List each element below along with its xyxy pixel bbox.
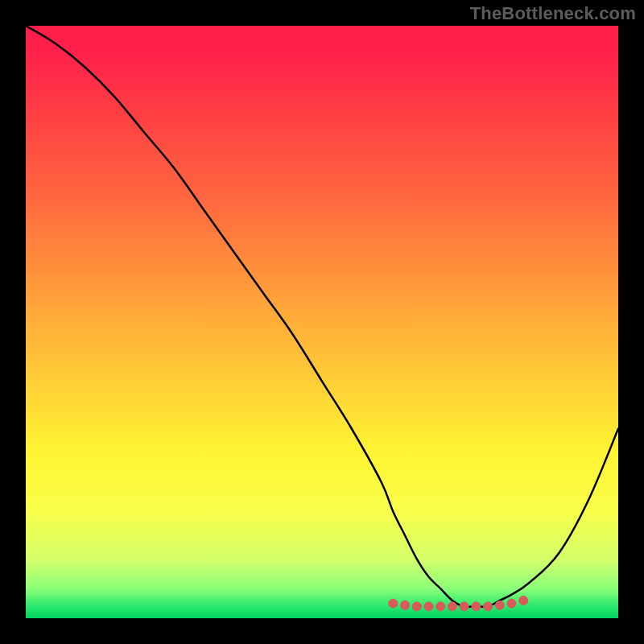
bottleneck-curve — [26, 26, 618, 607]
valley-dot — [519, 596, 528, 605]
chart-container: TheBottleneck.com — [0, 0, 644, 644]
curve-svg — [26, 26, 618, 618]
plot-area — [26, 26, 618, 618]
valley-dot — [401, 601, 410, 609]
valley-dot — [424, 602, 433, 611]
valley-dot — [495, 601, 504, 609]
valley-dot — [389, 599, 398, 608]
valley-dot — [412, 602, 421, 611]
valley-dot — [484, 602, 493, 611]
valley-dot — [460, 602, 469, 611]
valley-dot — [448, 602, 456, 611]
watermark-text: TheBottleneck.com — [470, 3, 636, 24]
valley-dot — [507, 599, 516, 608]
valley-dot — [472, 602, 481, 611]
valley-dot — [436, 602, 445, 611]
